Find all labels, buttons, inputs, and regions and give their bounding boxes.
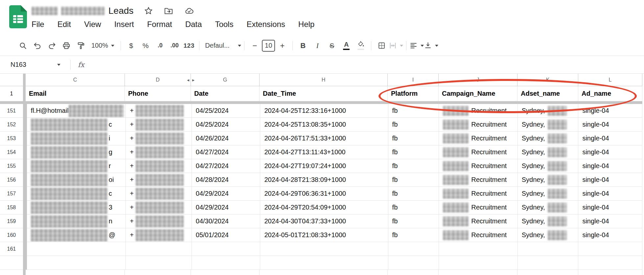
cell-adset[interactable]: Sydney, (518, 159, 579, 173)
chevron-down-icon[interactable] (435, 45, 438, 47)
cell-phone[interactable]: + (126, 118, 192, 132)
header-cell-phone[interactable]: Phone (125, 86, 191, 101)
cell-date[interactable] (192, 242, 261, 256)
cell-phone[interactable]: + (126, 104, 192, 118)
font-size-input[interactable]: 10 (262, 40, 275, 52)
row-number[interactable]: 158 (0, 201, 23, 214)
zoom-selector[interactable]: 100% (88, 38, 118, 53)
cell-adset[interactable]: Sydney, (518, 104, 579, 118)
select-all-corner[interactable] (0, 74, 23, 86)
column-header-g[interactable]: ▸G (191, 74, 260, 86)
row-number[interactable]: 153 (0, 132, 23, 145)
menu-view[interactable]: View (84, 20, 101, 29)
row-number[interactable]: 151 (0, 104, 23, 118)
cell-email[interactable]: c (27, 118, 126, 132)
cell-email[interactable]: r (27, 159, 126, 173)
cell-datetime[interactable]: 2024-04-27T13:11:43+1000 (260, 145, 388, 159)
cell-campaign[interactable]: Recruitment (439, 145, 518, 159)
increase-decimal-button[interactable]: .00 (167, 38, 182, 53)
cell-platform[interactable]: fb (388, 132, 439, 145)
chevron-down-icon[interactable] (57, 64, 60, 66)
cell-date[interactable]: 04/25/2024 (192, 104, 261, 118)
cell-ad[interactable]: single-04 (578, 132, 642, 145)
name-box[interactable]: N163 (11, 61, 60, 68)
row-number[interactable]: 155 (0, 159, 23, 173)
cell-adset[interactable]: Sydney, (518, 228, 579, 242)
borders-button[interactable] (374, 38, 389, 53)
star-icon[interactable] (144, 6, 153, 15)
cell-email[interactable]: n (27, 214, 126, 228)
print-icon[interactable] (59, 38, 74, 53)
horizontal-align-button[interactable] (409, 38, 424, 53)
cell-datetime[interactable]: 2024-05-01T21:08:33+1000 (260, 228, 388, 242)
text-color-button[interactable]: A (339, 38, 354, 53)
cell-platform[interactable]: fb (388, 118, 439, 132)
hidden-columns-left-icon[interactable]: ◂ (187, 77, 189, 83)
format-percent-button[interactable]: % (138, 38, 153, 53)
cell-email[interactable]: c (27, 187, 126, 201)
cell-ad[interactable]: single-04 (578, 145, 642, 159)
cell-adset[interactable]: Sydney, (518, 187, 579, 201)
merge-cells-button[interactable] (389, 38, 403, 53)
cell-date[interactable]: 04/29/2024 (192, 187, 261, 201)
cell-platform[interactable]: fb (388, 159, 439, 173)
undo-icon[interactable] (30, 38, 45, 53)
cell-adset[interactable] (518, 242, 579, 256)
cell-ad[interactable]: single-04 (578, 159, 642, 173)
sheets-logo[interactable] (9, 5, 27, 28)
cell-datetime[interactable]: 2024-04-29T20:54:09+1000 (260, 201, 388, 214)
cell-datetime[interactable]: 2024-04-28T21:38:09+1000 (260, 173, 388, 187)
cell-phone[interactable]: + (126, 132, 192, 145)
cell-phone[interactable]: + (126, 145, 192, 159)
bold-button[interactable]: B (296, 38, 310, 53)
cell-campaign[interactable]: Recruitment (439, 118, 518, 132)
cell-campaign[interactable]: Recruitment (439, 132, 518, 145)
cell-platform[interactable]: fb (388, 173, 439, 187)
column-header-l[interactable]: L (578, 74, 642, 86)
cell-adset[interactable]: Sydney, (518, 118, 579, 132)
header-cell-date[interactable]: Date (191, 86, 260, 101)
column-header-d[interactable]: D◂ (125, 74, 191, 86)
paint-format-icon[interactable] (74, 38, 88, 53)
cell-campaign[interactable] (439, 242, 518, 256)
menu-help[interactable]: Help (298, 20, 314, 29)
cell-date[interactable]: 04/29/2024 (192, 201, 261, 214)
cell-email[interactable] (27, 242, 126, 256)
cell-email[interactable]: 3 (27, 201, 126, 214)
download-icon[interactable] (424, 38, 438, 53)
number-format-button[interactable]: 123 (182, 38, 196, 53)
row-number[interactable]: 152 (0, 118, 23, 132)
cell-adset[interactable]: Sydney, (518, 132, 579, 145)
cell-phone[interactable]: + (126, 201, 192, 214)
cell-campaign[interactable]: Recruitment (439, 201, 518, 214)
cell-datetime[interactable]: 2024-04-29T06:36:31+1000 (260, 187, 388, 201)
cell-date[interactable]: 04/27/2024 (192, 145, 261, 159)
menu-insert[interactable]: Insert (114, 20, 134, 29)
column-header-j[interactable]: J (439, 74, 518, 86)
cell-ad[interactable]: single-04 (578, 173, 642, 187)
fill-color-button[interactable] (354, 38, 368, 53)
document-title[interactable]: Leads (108, 6, 133, 16)
cell-ad[interactable]: single-04 (578, 104, 642, 118)
cell-email[interactable]: g (27, 145, 126, 159)
header-cell-campaign[interactable]: Campaign_Name (439, 86, 518, 101)
column-header-c[interactable]: C (26, 74, 125, 86)
column-header-h[interactable]: H (260, 74, 388, 86)
header-cell-datetime[interactable]: Date_Time (260, 86, 388, 101)
cell-ad[interactable]: single-04 (578, 201, 642, 214)
cell-ad[interactable] (578, 242, 642, 256)
search-icon[interactable] (16, 38, 30, 53)
cell-ad[interactable]: single-04 (578, 228, 642, 242)
chevron-down-icon[interactable] (400, 45, 403, 47)
increase-font-size-button[interactable]: + (275, 38, 289, 53)
cell-phone[interactable]: + (126, 214, 192, 228)
cell-platform[interactable]: fb (388, 228, 439, 242)
cell-phone[interactable]: + (126, 187, 192, 201)
cell-adset[interactable]: Sydney, (518, 214, 579, 228)
cell-adset[interactable]: Sydney, (518, 145, 579, 159)
cell-date[interactable]: 05/01/2024 (192, 228, 261, 242)
cell-campaign[interactable]: Recruitment (439, 187, 518, 201)
header-cell-email[interactable]: Email (26, 86, 125, 101)
redo-icon[interactable] (45, 38, 59, 53)
row-number[interactable]: 156 (0, 173, 23, 187)
